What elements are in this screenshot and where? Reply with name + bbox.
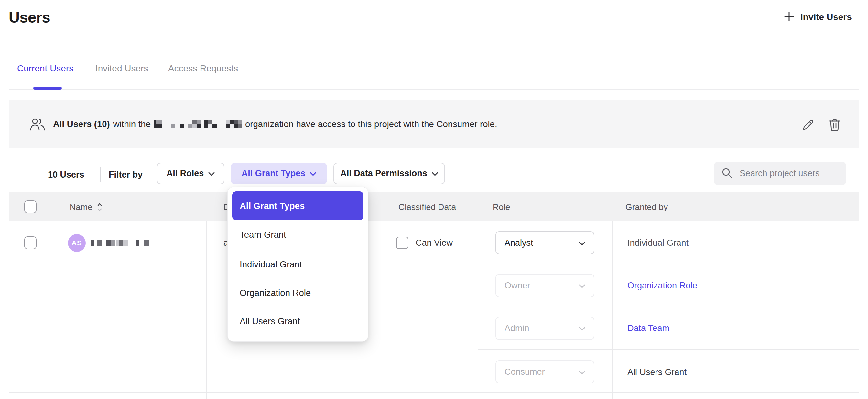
column-divider: [612, 221, 613, 399]
chevron-down-icon: [579, 367, 585, 377]
chevron-down-icon: [310, 168, 316, 179]
user-count: 10 Users: [48, 171, 84, 179]
role-select-consumer: Consumer: [495, 360, 594, 383]
people-icon: [29, 118, 45, 132]
all-grant-types-filter[interactable]: All Grant Types: [231, 163, 327, 184]
banner-text-before: within the: [113, 119, 151, 129]
filter-by-label: Filter by: [108, 171, 143, 179]
chevron-down-icon: [579, 238, 585, 248]
redacted-user-name: [91, 240, 149, 246]
all-roles-label: All Roles: [166, 168, 204, 179]
granted-by-individual-grant: Individual Grant: [627, 239, 688, 247]
grant-types-dropdown-menu: All Grant Types Team Grant Individual Gr…: [227, 187, 368, 342]
select-all-checkbox[interactable]: [24, 201, 36, 213]
all-data-permissions-label: All Data Permissions: [340, 168, 427, 179]
delete-banner-button[interactable]: [829, 118, 841, 133]
all-grant-types-label: All Grant Types: [242, 168, 306, 179]
can-view-label: Can View: [415, 239, 453, 247]
chevron-down-icon: [208, 168, 215, 179]
dropdown-item-all-grant-types[interactable]: All Grant Types: [232, 191, 364, 220]
role-select-value: Owner: [504, 281, 530, 291]
dropdown-item-organization-role[interactable]: Organization Role: [240, 288, 311, 298]
tab-access-requests[interactable]: Access Requests: [168, 64, 238, 73]
search-box: [714, 162, 846, 185]
column-divider: [206, 221, 207, 399]
role-select-value: Analyst: [504, 238, 533, 248]
dropdown-item-team-grant[interactable]: Team Grant: [240, 229, 286, 240]
tab-invited-users[interactable]: Invited Users: [95, 64, 148, 73]
sort-icon[interactable]: [97, 203, 102, 213]
page-title: Users: [9, 10, 50, 25]
column-divider: [381, 221, 381, 399]
tab-current-users[interactable]: Current Users: [17, 64, 73, 73]
banner-text-after: organization have access to this project…: [245, 119, 497, 129]
row-checkbox[interactable]: [24, 236, 36, 249]
chevron-down-icon: [432, 168, 438, 179]
can-view-checkbox[interactable]: [396, 237, 408, 249]
granted-by-organization-role-link[interactable]: Organization Role: [627, 281, 697, 290]
role-select-value: Consumer: [504, 367, 545, 377]
all-data-permissions-filter[interactable]: All Data Permissions: [334, 163, 445, 184]
column-header-classified-data[interactable]: Classified Data: [398, 203, 456, 212]
edit-banner-button[interactable]: [801, 118, 815, 133]
granted-by-data-team-link[interactable]: Data Team: [627, 324, 670, 333]
redacted-org-name: [154, 120, 242, 128]
chevron-down-icon: [579, 323, 585, 333]
grant-row-divider: [478, 307, 859, 307]
trash-icon: [829, 127, 841, 133]
avatar-initials: AS: [71, 239, 82, 247]
invite-users-button[interactable]: Invite Users: [784, 11, 852, 23]
row-divider: [9, 392, 859, 393]
column-header-granted-by[interactable]: Granted by: [625, 203, 668, 212]
search-icon: [721, 167, 733, 180]
pencil-icon: [801, 127, 815, 133]
plus-icon: [784, 11, 795, 23]
tabs-divider: [9, 89, 859, 90]
invite-users-label: Invite Users: [800, 12, 852, 22]
grant-row-divider: [478, 264, 859, 265]
dropdown-item-individual-grant[interactable]: Individual Grant: [240, 259, 302, 270]
role-select-admin: Admin: [495, 316, 594, 340]
role-select-analyst[interactable]: Analyst: [495, 231, 594, 254]
active-tab-indicator: [33, 87, 62, 90]
avatar: AS: [68, 234, 86, 252]
role-select-owner: Owner: [495, 274, 594, 297]
users-page: Users Invite Users Current Users Invited…: [0, 0, 868, 399]
dropdown-item-label: All Grant Types: [240, 201, 305, 211]
column-header-role[interactable]: Role: [493, 203, 510, 212]
column-header-name[interactable]: Name: [69, 203, 92, 212]
chevron-down-icon: [579, 281, 585, 291]
dropdown-item-all-users-grant[interactable]: All Users Grant: [240, 316, 300, 327]
banner-text: All Users (10) within the organization h…: [53, 100, 497, 148]
banner-bold-text: All Users (10): [53, 119, 110, 129]
column-divider: [478, 221, 478, 399]
grant-row-divider: [478, 349, 859, 350]
filter-divider: [100, 167, 100, 182]
search-project-users-input[interactable]: [739, 168, 844, 179]
all-roles-filter[interactable]: All Roles: [157, 163, 224, 184]
all-users-banner: All Users (10) within the organization h…: [9, 100, 859, 148]
role-select-value: Admin: [504, 323, 529, 333]
granted-by-all-users-grant: All Users Grant: [627, 368, 687, 377]
